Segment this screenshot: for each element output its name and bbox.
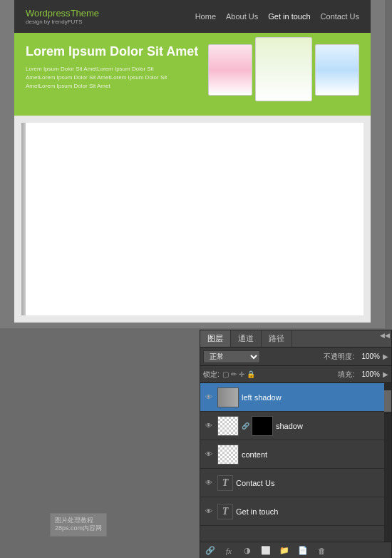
link-icon[interactable]: 🔗 (203, 544, 217, 558)
layer-shadow[interactable]: 👁 🔗 shadow (200, 412, 391, 440)
tab-layers[interactable]: 图层 (200, 330, 231, 347)
lock-all-icon[interactable]: 🔒 (247, 370, 255, 378)
nav-get-in-touch[interactable]: Get in touch (268, 12, 310, 21)
site-header: WordpressTheme design by trendyFUTS Home… (14, 0, 371, 33)
opacity-value: 100% (357, 352, 380, 360)
layer-left-shadow[interactable]: 👁 left shadow (200, 383, 391, 412)
hero-images (208, 44, 359, 101)
thumb-2-inner (256, 38, 311, 101)
layers-list: 👁 left shadow 👁 🔗 shadow 👁 content 👁 T C… (200, 383, 391, 542)
watermark: 图片处理教程 28ps.com内容网 (50, 513, 107, 537)
layer-name-3: Contact Us (236, 479, 388, 487)
scroll-thumb[interactable] (384, 390, 391, 412)
logo-theme: Theme (71, 8, 99, 19)
panel-tabs: 图层 通道 路径 (200, 330, 391, 348)
layer-eye-2[interactable]: 👁 (203, 449, 215, 460)
layer-eye-3[interactable]: 👁 (203, 477, 215, 489)
thumb-3 (315, 44, 359, 96)
fill-value: 100% (357, 370, 380, 378)
thumb-2 (255, 37, 312, 101)
layer-name-2: content (242, 450, 388, 459)
layer-eye-4[interactable]: 👁 (203, 506, 215, 517)
layer-name-0: left shadow (242, 393, 388, 402)
website-mockup: WordpressTheme design by trendyFUTS Home… (14, 0, 371, 323)
blend-mode-select[interactable]: 正常 (203, 350, 260, 363)
logo-tagline: design by trendyFUTS (26, 19, 99, 25)
hero-desc-line3: AmetLorem Ipsum Dolor Sit Amet (26, 83, 110, 89)
layer-name-1: shadow (276, 422, 388, 430)
site-logo: WordpressTheme design by trendyFUTS (26, 8, 99, 25)
site-content (14, 116, 371, 323)
tab-channels[interactable]: 通道 (231, 330, 262, 347)
layer-thumb-2 (217, 445, 239, 465)
fill-scroll[interactable]: ▶ (383, 370, 388, 378)
layers-scrollbar[interactable] (384, 383, 391, 542)
layer-get-in-touch[interactable]: 👁 T Get in touch (200, 497, 391, 526)
opacity-label: 不透明度: (324, 352, 354, 362)
new-layer-icon[interactable]: 📄 (296, 544, 310, 558)
left-shadow-bar (21, 123, 26, 315)
adjustment-icon[interactable]: ◑ (240, 544, 254, 558)
lock-image-icon[interactable]: ✏ (231, 370, 237, 378)
site-nav: Home About Us Get in touch Contact Us (195, 12, 359, 21)
lock-row: 锁定: ▢ ✏ ✛ 🔒 填充: 100% ▶ (200, 366, 391, 383)
thumb-1 (208, 44, 252, 96)
layer-thumb-0 (217, 387, 239, 407)
hero-desc-line2: AmetLorem Ipsum Dolor Sit AmetLorem Ipsu… (26, 74, 167, 81)
hero-title: Lorem Ipsum Dolor Sit Amet (26, 44, 201, 59)
layer-name-4: Get in touch (236, 507, 388, 516)
nav-home[interactable]: Home (195, 12, 216, 21)
watermark-line2: 28ps.com内容网 (55, 524, 102, 533)
lock-position-icon[interactable]: ✛ (239, 370, 244, 378)
layer-text-icon-4: T (217, 504, 233, 519)
opacity-scroll[interactable]: ▶ (383, 352, 388, 360)
hero-text: Lorem Ipsum Dolor Sit Amet Lorem Ipsum D… (26, 44, 208, 91)
panel-collapse-icon[interactable]: ◀◀ (380, 332, 390, 339)
layer-eye-0[interactable]: 👁 (203, 392, 215, 403)
layer-eye-1[interactable]: 👁 (203, 420, 215, 432)
ps-bottom-toolbar: 🔗 fx ◑ ⬜ 📁 📄 🗑 (200, 542, 391, 558)
blend-mode-row: 正常 不透明度: 100% ▶ (200, 348, 391, 366)
tab-paths[interactable]: 路径 (262, 330, 292, 347)
lock-icons: ▢ ✏ ✛ 🔒 (222, 370, 255, 378)
thumb-3-inner (316, 45, 359, 95)
nav-about[interactable]: About Us (226, 12, 258, 21)
mask-icon[interactable]: ⬜ (259, 544, 273, 558)
thumb-1-inner (209, 45, 252, 95)
hero-desc-line1: Lorem Ipsum Dolor Sit AmetLorem Ipsum Do… (26, 66, 154, 72)
layer-thumb-1 (217, 416, 239, 436)
folder-icon[interactable]: 📁 (277, 544, 292, 558)
fx-icon[interactable]: fx (222, 544, 236, 558)
watermark-line1: 图片处理教程 (55, 517, 102, 525)
layer-contact-us[interactable]: 👁 T Contact Us (200, 469, 391, 497)
ps-layers-panel: ◀◀ 图层 通道 路径 正常 不透明度: 100% ▶ 锁定: ▢ ✏ ✛ 🔒 … (200, 330, 392, 558)
lock-transparent-icon[interactable]: ▢ (222, 370, 229, 378)
hero-desc: Lorem Ipsum Dolor Sit AmetLorem Ipsum Do… (26, 65, 201, 91)
content-white-box (21, 123, 363, 315)
lock-label: 锁定: (203, 370, 220, 380)
hero-section: Lorem Ipsum Dolor Sit Amet Lorem Ipsum D… (14, 33, 371, 116)
layer-text-icon-3: T (217, 475, 233, 491)
layer-content[interactable]: 👁 content (200, 440, 391, 469)
fill-label: 填充: (338, 370, 354, 380)
logo-wordpress: WordpressTheme (26, 8, 99, 19)
delete-layer-icon[interactable]: 🗑 (314, 544, 329, 558)
layer-mask-1 (252, 416, 273, 436)
layer-link-1: 🔗 (242, 422, 249, 430)
nav-contact[interactable]: Contact Us (321, 12, 359, 21)
